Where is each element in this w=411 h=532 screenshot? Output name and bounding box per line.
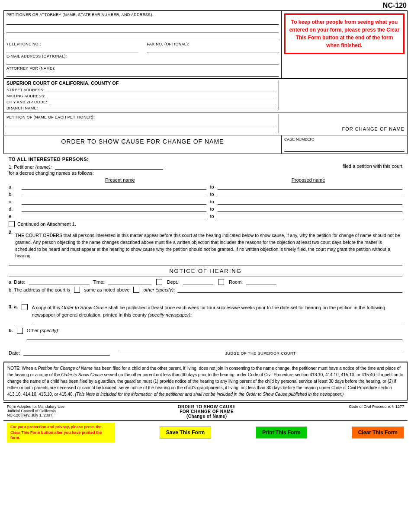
room-checkbox[interactable] [218,279,224,285]
notice-heading: NOTICE OF HEARING [9,266,402,276]
print-button[interactable]: Print This Form [256,426,307,439]
present-name-header: Present name [105,177,135,183]
table-row: c. to [9,199,402,205]
attorney-label: ATTORNEY FOR (Name): [6,66,55,71]
for-change-text: FOR CHANGE OF NAME [342,126,405,131]
same-as-above-label: same as noted above [84,287,129,292]
footer-center3: (Change of Name) [178,414,236,419]
address-label: b. The address of the court is [9,287,70,292]
section3a-label: 3. a. [9,304,18,309]
court-title: SUPERIOR COURT OF CALIFORNIA, COUNTY OF [6,80,276,86]
para1-decree: for a decree changing names as follows: [9,170,402,176]
section3a-checkbox[interactable] [22,304,28,310]
section3b-text: Other [27,328,39,333]
court-orders-text: THE COURT ORDERS that all persons intere… [15,232,402,260]
note-box: NOTE: When a Petition for Change of Name… [3,362,408,401]
section3a-specify: (specify newspaper): [148,312,192,317]
footer-right: Code of Civil Procedure, § 1277 [349,404,404,419]
form-number: NC-120 [0,0,411,10]
mailing-label: MAILING ADDRESS: [6,94,45,98]
petitioner-label: PETITIONER OR ATTORNEY (Name, State Bar … [6,13,279,17]
footer-center2: FOR CHANGE OF NAME [178,409,236,414]
para1-filed: filed a petition with this court [343,163,402,170]
petition-label: PETITION OF (Name of each petitioner): [6,115,95,119]
case-number-label: CASE NUMBER: [284,137,405,141]
other-specify-label: other (specify): [143,287,175,292]
note-text: NOTE: When a Petition for Change of Name… [7,366,403,397]
telephone-label: TELEPHONE NO.: [6,42,138,46]
footer-bar: Form Adopted for Mandatory Use Judicial … [3,402,408,420]
footer-center1: ORDER TO SHOW CAUSE [178,404,236,409]
continued-checkbox[interactable] [9,221,15,227]
proposed-name-header: Proposed name [292,177,325,183]
save-button[interactable]: Save This Form [160,426,211,439]
bottom-action-bar: For your protection and privacy, please … [3,420,408,444]
table-row: e. to [9,213,402,219]
judge-label: JUDGE OF THE SUPERIOR COURT [119,351,402,356]
room-label: Room: [229,279,243,285]
street-label: STREET ADDRESS: [6,88,45,92]
para2-label: 2. [9,230,13,262]
other-checkbox[interactable] [133,287,139,293]
table-row: d. to [9,206,402,212]
fax-label: FAX NO. (Optional): [147,42,279,46]
footer-left3: NC-120 [Rev. July 1, 2007] [7,413,64,417]
section3b-label: b. [9,328,13,333]
time-label: Time: [93,279,105,285]
section3a-italic: Order to Show Cause [61,305,107,310]
para1-label: 1. Petitioner [9,164,34,170]
table-row: b. to [9,191,402,197]
table-row: a. to [9,184,402,190]
bottom-privacy-note: For your protection and privacy, please … [7,423,115,442]
clear-button[interactable]: Clear This Form [352,426,404,439]
footer-left1: Form Adopted for Mandatory Use [7,404,64,409]
footer-left2: Judicial Council of California [7,409,64,413]
section3a-text: A copy of this [32,305,60,310]
continued-label: Continued on Attachment 1. [17,221,76,227]
branch-label: BRANCH NAME: [6,106,38,110]
privacy-notice: To keep other people from seeing what yo… [284,13,405,54]
date-row-label: Date: [9,350,20,356]
city-label: CITY AND ZIP CODE: [6,100,47,104]
date-label: a. Date: [9,279,26,285]
order-title: ORDER TO SHOW CAUSE FOR CHANGE OF NAME [6,138,279,145]
dept-label: Dept.: [167,279,180,285]
para1-name-italic: (name): [35,164,52,170]
to-all-label: TO ALL INTERESTED PERSONS: [9,157,402,162]
section3b-specify: (specify): [40,328,59,333]
same-as-above-checkbox[interactable] [74,287,80,293]
dept-checkbox[interactable] [156,279,162,285]
email-label: E-MAIL ADDRESS (Optional): [6,54,67,58]
section3b-checkbox[interactable] [17,328,23,334]
